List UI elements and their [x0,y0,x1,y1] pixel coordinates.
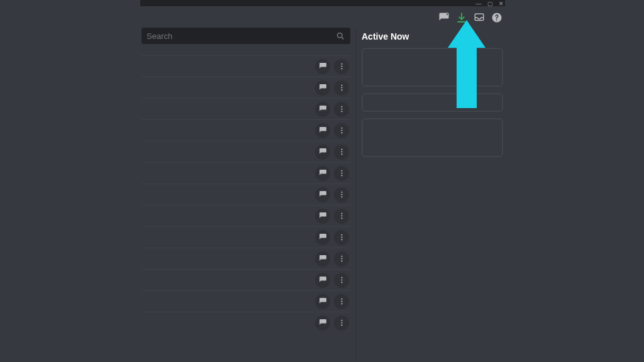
svg-point-40 [341,303,342,304]
inbox-icon[interactable] [474,11,485,24]
message-button[interactable] [315,123,330,138]
svg-point-36 [341,279,342,280]
svg-point-39 [341,300,342,302]
more-button[interactable] [334,230,349,245]
svg-point-34 [341,260,342,261]
friend-row[interactable] [142,184,350,205]
friend-row[interactable] [142,119,350,141]
svg-point-30 [341,236,342,238]
more-button[interactable] [334,294,349,309]
message-button[interactable] [315,187,330,202]
svg-point-4 [338,33,343,38]
more-button[interactable] [334,166,349,181]
svg-point-16 [341,132,342,133]
svg-point-22 [341,175,342,176]
svg-point-12 [341,108,342,109]
svg-point-20 [341,170,342,172]
more-button[interactable] [334,102,349,117]
more-button[interactable] [334,273,349,288]
active-now-card[interactable] [362,48,503,87]
svg-point-42 [341,322,342,323]
download-icon[interactable] [456,11,467,24]
help-icon[interactable] [491,11,502,24]
svg-point-28 [341,217,342,219]
more-button[interactable] [334,123,349,138]
titlebar [140,0,505,6]
more-button[interactable] [334,80,349,96]
message-button[interactable] [315,166,330,181]
svg-point-21 [341,172,342,173]
friend-row[interactable] [142,269,350,290]
friend-row[interactable] [142,77,350,98]
svg-point-35 [341,277,342,278]
message-button[interactable] [315,102,330,117]
header-toolbar [438,10,501,25]
message-button[interactable] [315,230,330,245]
svg-point-13 [341,111,342,112]
message-button[interactable] [315,80,330,96]
vertical-divider [355,28,356,362]
svg-point-29 [341,234,342,236]
message-button[interactable] [315,251,330,266]
svg-point-25 [341,196,342,197]
message-button[interactable] [315,59,330,74]
more-button[interactable] [334,251,349,266]
friend-row[interactable] [142,141,350,162]
message-button[interactable] [315,209,330,224]
svg-point-27 [341,215,342,216]
message-button[interactable] [315,294,330,309]
svg-point-38 [341,299,342,300]
svg-point-24 [341,194,342,195]
more-button[interactable] [334,187,349,202]
friend-row[interactable] [142,205,350,226]
friend-row[interactable] [142,312,350,333]
svg-point-18 [341,151,342,152]
svg-point-32 [341,256,342,257]
more-button[interactable] [334,315,349,331]
message-button[interactable] [315,315,330,331]
window-minimize[interactable]: — [475,1,482,7]
svg-point-14 [341,128,342,129]
svg-point-5 [341,63,342,65]
message-button[interactable] [315,273,330,288]
svg-point-41 [341,320,342,321]
svg-point-23 [341,192,342,193]
friend-row[interactable] [142,226,350,248]
svg-point-43 [341,324,342,326]
more-button[interactable] [334,145,349,160]
friend-row[interactable] [142,55,350,77]
friend-row[interactable] [142,248,350,269]
search-bar[interactable] [142,28,350,44]
active-now-card[interactable] [362,118,503,157]
svg-point-9 [341,87,342,88]
svg-point-7 [341,68,342,69]
friends-list [142,55,350,333]
svg-point-8 [341,85,342,86]
new-group-dm-icon[interactable] [438,11,450,24]
active-now-card[interactable] [362,93,503,112]
svg-point-3 [496,19,497,21]
window-maximize[interactable]: ▢ [486,1,494,7]
search-input[interactable] [147,31,336,41]
friend-row[interactable] [142,290,350,312]
svg-point-15 [341,129,342,131]
svg-point-19 [341,153,342,155]
svg-point-31 [341,239,342,240]
window-close[interactable]: ✕ [497,1,505,7]
active-now-title: Active Now [362,31,503,41]
friend-row[interactable] [142,98,350,119]
window-controls: — ▢ ✕ [475,0,505,8]
svg-point-26 [341,213,342,214]
svg-point-17 [341,149,342,150]
svg-point-10 [341,89,342,90]
friend-row[interactable] [142,162,350,184]
svg-point-11 [341,106,342,107]
active-now-panel: Active Now [362,31,503,163]
message-button[interactable] [315,145,330,160]
search-icon [336,31,345,41]
svg-point-33 [341,258,342,259]
svg-point-37 [341,282,342,283]
more-button[interactable] [334,59,349,74]
more-button[interactable] [334,209,349,224]
svg-point-6 [341,65,342,67]
